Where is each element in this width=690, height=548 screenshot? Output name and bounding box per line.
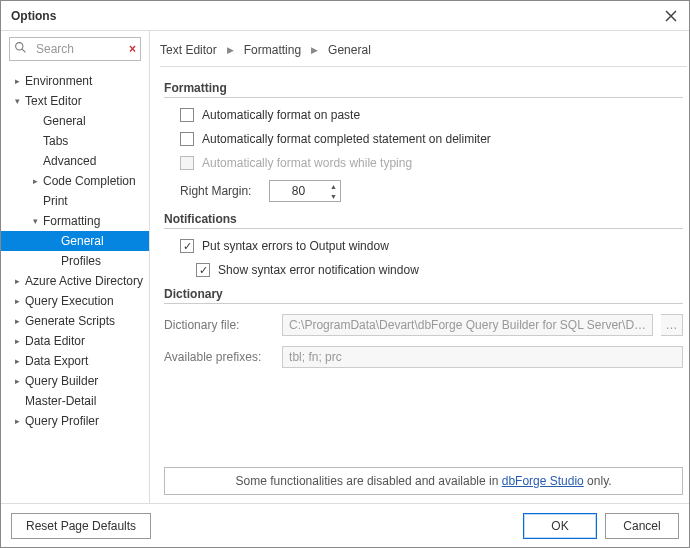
chevron-right-icon: ▶ [227, 45, 234, 55]
tree-node[interactable]: ▸Generate Scripts [1, 311, 149, 331]
chevron-right-icon[interactable]: ▸ [11, 376, 23, 386]
tree-node-label: Advanced [43, 154, 96, 168]
available-prefixes-field: tbl; fn; prc [282, 346, 683, 368]
svg-line-1 [22, 49, 25, 52]
ok-button[interactable]: OK [523, 513, 597, 539]
banner-text: Some functionalities are disabled and av… [236, 474, 502, 488]
chevron-right-icon[interactable]: ▸ [11, 316, 23, 326]
tree-node-label: Query Profiler [25, 414, 99, 428]
chevron-right-icon: ▶ [311, 45, 318, 55]
spin-down-icon[interactable]: ▼ [326, 191, 340, 201]
tree-node[interactable]: ▸Environment [1, 71, 149, 91]
tree-node[interactable]: ▸Data Editor [1, 331, 149, 351]
group-title-formatting: Formatting [164, 81, 683, 98]
breadcrumb-item[interactable]: General [328, 43, 371, 57]
tree-node[interactable]: Master-Detail [1, 391, 149, 411]
label-dictionary-file: Dictionary file: [164, 318, 274, 332]
tree-node[interactable]: General [1, 111, 149, 131]
reset-defaults-button[interactable]: Reset Page Defaults [11, 513, 151, 539]
nav-tree: ▸Environment▾Text EditorGeneralTabsAdvan… [1, 67, 149, 503]
tree-node-label: Data Export [25, 354, 88, 368]
tree-node[interactable]: Advanced [1, 151, 149, 171]
chevron-right-icon[interactable]: ▸ [11, 336, 23, 346]
dbforge-studio-link[interactable]: dbForge Studio [502, 474, 584, 488]
label-syntax-popup: Show syntax error notification window [218, 263, 419, 277]
tree-node-label: Data Editor [25, 334, 85, 348]
chevron-right-icon[interactable]: ▸ [11, 416, 23, 426]
spin-up-icon[interactable]: ▲ [326, 181, 340, 191]
chevron-right-icon[interactable]: ▸ [11, 356, 23, 366]
chevron-down-icon[interactable]: ▾ [11, 96, 23, 106]
tree-node[interactable]: ▸Query Builder [1, 371, 149, 391]
tree-node[interactable]: ▸Azure Active Directory [1, 271, 149, 291]
right-margin-value: 80 [270, 184, 326, 198]
breadcrumb-item[interactable]: Formatting [244, 43, 301, 57]
right-margin-spinner[interactable]: 80 ▲ ▼ [269, 180, 341, 202]
search-icon [14, 41, 27, 57]
label-auto-delimiter: Automatically format completed statement… [202, 132, 491, 146]
checkbox-syntax-output[interactable]: ✓ [180, 239, 194, 253]
tree-node[interactable]: General [1, 231, 149, 251]
checkbox-auto-delimiter[interactable] [180, 132, 194, 146]
label-auto-paste: Automatically format on paste [202, 108, 360, 122]
banner-text-suffix: only. [584, 474, 612, 488]
tree-node[interactable]: Tabs [1, 131, 149, 151]
label-auto-typing: Automatically format words while typing [202, 156, 412, 170]
browse-button: … [661, 314, 683, 336]
checkbox-auto-paste[interactable] [180, 108, 194, 122]
window-title: Options [11, 9, 661, 23]
tree-node[interactable]: ▸Data Export [1, 351, 149, 371]
tree-node-label: Profiles [61, 254, 101, 268]
checkbox-syntax-popup[interactable]: ✓ [196, 263, 210, 277]
tree-node-label: Code Completion [43, 174, 136, 188]
tree-node-label: Master-Detail [25, 394, 96, 408]
close-icon[interactable] [661, 6, 681, 26]
search-field[interactable]: × [9, 37, 141, 61]
tree-node-label: Text Editor [25, 94, 82, 108]
tree-node[interactable]: ▸Code Completion [1, 171, 149, 191]
tree-node-label: Query Execution [25, 294, 114, 308]
tree-node-label: Tabs [43, 134, 68, 148]
tree-node-label: Azure Active Directory [25, 274, 143, 288]
tree-node[interactable]: ▾Text Editor [1, 91, 149, 111]
chevron-right-icon[interactable]: ▸ [29, 176, 41, 186]
tree-node-label: General [43, 114, 86, 128]
tree-node[interactable]: Print [1, 191, 149, 211]
label-right-margin: Right Margin: [180, 184, 251, 198]
chevron-right-icon[interactable]: ▸ [11, 276, 23, 286]
disabled-features-banner: Some functionalities are disabled and av… [164, 467, 683, 495]
chevron-down-icon[interactable]: ▾ [29, 216, 41, 226]
search-input[interactable] [34, 41, 118, 57]
tree-node-label: Formatting [43, 214, 100, 228]
dictionary-file-field: C:\ProgramData\Devart\dbForge Query Buil… [282, 314, 653, 336]
breadcrumb: Text Editor ▶ Formatting ▶ General [160, 37, 687, 67]
label-syntax-output: Put syntax errors to Output window [202, 239, 389, 253]
checkbox-auto-typing [180, 156, 194, 170]
label-available-prefixes: Available prefixes: [164, 350, 274, 364]
breadcrumb-item[interactable]: Text Editor [160, 43, 217, 57]
chevron-right-icon[interactable]: ▸ [11, 76, 23, 86]
tree-node[interactable]: ▾Formatting [1, 211, 149, 231]
tree-node-label: Print [43, 194, 68, 208]
tree-node[interactable]: Profiles [1, 251, 149, 271]
tree-node-label: Environment [25, 74, 92, 88]
tree-node[interactable]: ▸Query Execution [1, 291, 149, 311]
tree-node-label: Query Builder [25, 374, 98, 388]
chevron-right-icon[interactable]: ▸ [11, 296, 23, 306]
group-title-notifications: Notifications [164, 212, 683, 229]
clear-search-icon[interactable]: × [129, 42, 136, 56]
tree-node[interactable]: ▸Query Profiler [1, 411, 149, 431]
tree-node-label: Generate Scripts [25, 314, 115, 328]
cancel-button[interactable]: Cancel [605, 513, 679, 539]
svg-point-0 [16, 43, 23, 50]
group-title-dictionary: Dictionary [164, 287, 683, 304]
tree-node-label: General [61, 234, 104, 248]
